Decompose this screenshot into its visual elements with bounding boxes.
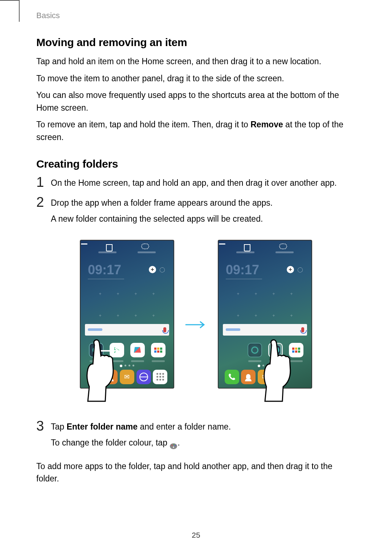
phone-top-icons <box>219 243 311 251</box>
section1-p4: To remove an item, tap and hold the item… <box>36 118 356 143</box>
section1-title: Moving and removing an item <box>36 36 356 49</box>
google-search-bar <box>85 324 169 336</box>
step-1-number: 1 <box>36 175 51 189</box>
home-grid-row1 <box>81 291 173 294</box>
weather-sun-icon <box>295 265 304 274</box>
step-2-text1: Drop the app when a folder frame appears… <box>51 197 356 209</box>
clock-widget: 09:17 <box>226 262 259 278</box>
step-3-line2: To change the folder colour, tap . <box>51 436 356 449</box>
home-grid-row2 <box>219 313 311 316</box>
hand-pointer-after <box>261 338 311 403</box>
weather-widget: + <box>149 265 166 274</box>
trash-icon <box>244 243 251 251</box>
phone-top-labels <box>219 251 311 253</box>
step-3-line1: Tap Enter folder name and enter a folder… <box>51 420 356 433</box>
step3-post: and enter a folder name. <box>138 422 231 431</box>
home-grid-row1 <box>219 291 311 294</box>
clock-underline <box>88 279 124 279</box>
hand-pointer-before <box>83 338 134 403</box>
step-1: 1 On the Home screen, tap and hold an ap… <box>36 177 356 189</box>
step3-bold: Enter folder name <box>66 422 138 431</box>
page-corner-vertical <box>19 0 20 22</box>
phone-top-labels <box>81 251 173 253</box>
browser-app-icon <box>136 370 151 384</box>
weather-add-icon: + <box>287 266 294 273</box>
svg-point-1 <box>172 444 173 446</box>
figure-row: 09:17 + <box>36 240 356 410</box>
phone-app-icon <box>225 370 239 384</box>
google-search-bar <box>223 324 307 336</box>
svg-point-3 <box>175 445 176 446</box>
weather-add-icon: + <box>149 266 156 273</box>
trash-icon <box>106 243 113 251</box>
page-content: Moving and removing an item Tap and hold… <box>36 36 356 489</box>
camera-app-icon-ghost <box>248 343 262 357</box>
transition-arrow <box>185 320 207 329</box>
figure-phone-after: 09:17 + <box>218 240 312 410</box>
step-3: 3 Tap Enter folder name and enter a fold… <box>36 420 356 453</box>
weather-widget: + <box>287 265 304 274</box>
phone-top-icons <box>81 243 173 251</box>
move-apps-icon <box>141 243 148 251</box>
step-2-number: 2 <box>36 195 51 209</box>
move-apps-icon <box>279 243 286 251</box>
step-2: 2 Drop the app when a folder frame appea… <box>36 197 356 229</box>
section1-p3: You can also move frequently used apps t… <box>36 89 356 114</box>
section1-p1: Tap and hold an item on the Home screen,… <box>36 55 356 68</box>
section2-closing: To add more apps to the folder, tap and … <box>36 460 356 485</box>
section1-p2: To move the item to another panel, drag … <box>36 72 356 85</box>
mic-icon <box>163 327 166 332</box>
header-section-label: Basics <box>36 11 60 20</box>
home-grid-row2 <box>81 313 173 316</box>
search-placeholder <box>88 328 102 331</box>
step-2-body: Drop the app when a folder frame appears… <box>51 197 356 229</box>
section2-title: Creating folders <box>36 158 356 170</box>
page-corner-horizontal <box>0 0 19 1</box>
step-3-body: Tap Enter folder name and enter a folder… <box>51 420 356 453</box>
contacts-app-icon <box>241 370 256 384</box>
step3-line2-post: . <box>177 438 180 447</box>
palette-icon <box>170 440 177 447</box>
figure-phone-before: 09:17 + <box>80 240 174 410</box>
apps-drawer-icon <box>153 370 167 384</box>
clock-underline <box>226 279 262 279</box>
google-folder-icon <box>151 343 166 357</box>
step-1-body: On the Home screen, tap and hold an app,… <box>51 177 356 189</box>
step3-line2-pre: To change the folder colour, tap <box>51 438 170 447</box>
weather-sun-icon <box>158 265 166 274</box>
section1-p4-pre: To remove an item, tap and hold the item… <box>36 120 250 129</box>
section1-p4-bold: Remove <box>250 120 283 129</box>
svg-point-2 <box>173 444 175 445</box>
clock-widget: 09:17 <box>88 262 121 278</box>
step-2-text2: A new folder containing the selected app… <box>51 213 356 225</box>
step-3-number: 3 <box>36 419 51 433</box>
search-placeholder <box>226 328 240 331</box>
page-number: 25 <box>0 531 392 539</box>
mic-icon <box>301 327 304 332</box>
step3-pre: Tap <box>51 422 66 431</box>
